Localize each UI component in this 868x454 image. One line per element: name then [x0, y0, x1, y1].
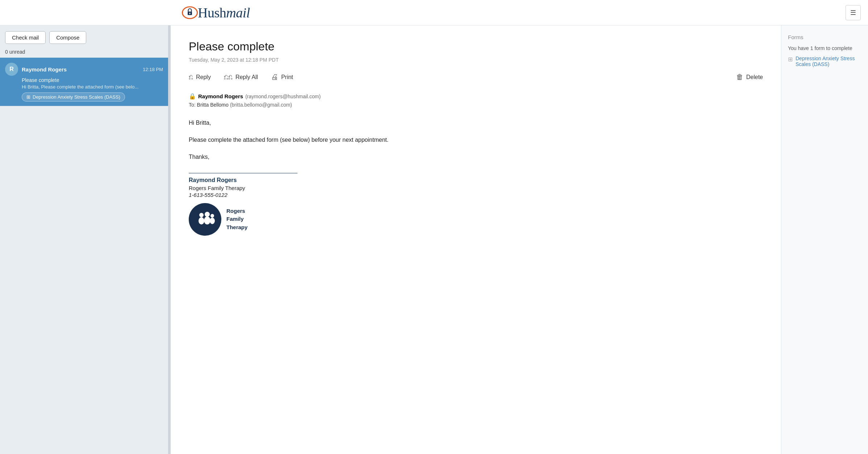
form-link-label: Depression Anxiety Stress Scales (DASS) [796, 55, 861, 67]
email-subject-title: Please complete [189, 40, 763, 53]
reply-all-icon: ⎌⎌ [224, 73, 233, 81]
from-name: Raymond Rogers [198, 93, 243, 99]
to-email: (britta.bellomo@gmail.com) [230, 102, 292, 108]
svg-point-8 [210, 214, 214, 218]
sig-logo-circle [189, 203, 221, 236]
email-list: R Raymond Rogers 12:18 PM Please complet… [0, 58, 168, 454]
secure-lock-icon: 🔒 [189, 93, 196, 100]
main-layout: Check mail Compose 0 unread R Raymond Ro… [0, 25, 868, 454]
email-date: Tuesday, May 2, 2023 at 12:18 PM PDT [189, 57, 763, 63]
email-list-item[interactable]: R Raymond Rogers 12:18 PM Please complet… [0, 58, 168, 106]
unread-count: 0 unread [0, 48, 168, 58]
to-name: Britta Bellomo [197, 102, 229, 108]
sig-company: Rogers Family Therapy [189, 185, 763, 191]
logo-text: Hushmail [198, 5, 250, 21]
logo: Hushmail [181, 5, 846, 21]
header: Hushmail ☰ [0, 0, 868, 25]
svg-point-4 [199, 213, 204, 217]
from-email: (raymond.rogers@hushmail.com) [245, 94, 321, 99]
avatar: R [5, 63, 18, 76]
body-greeting: Hi Britta, [189, 118, 763, 128]
right-panel: Forms You have 1 form to complete ⊞ Depr… [781, 25, 868, 454]
svg-point-6 [205, 212, 210, 217]
email-attachment-badge[interactable]: ⊞ Depression Anxiety Stress Scales (DASS… [22, 92, 125, 102]
reply-all-button[interactable]: ⎌⎌ Reply All [224, 73, 258, 81]
form-link-icon: ⊞ [788, 56, 793, 63]
reply-label: Reply [196, 74, 211, 81]
email-item-header: R Raymond Rogers 12:18 PM [5, 63, 163, 76]
email-preview-text: Hi Britta, Please complete the attached … [22, 84, 163, 90]
hamburger-button[interactable]: ☰ [846, 5, 861, 20]
email-subject-preview: Please complete [22, 77, 163, 83]
email-sender: Raymond Rogers [22, 66, 139, 73]
reply-all-label: Reply All [235, 74, 258, 81]
form-link[interactable]: ⊞ Depression Anxiety Stress Scales (DASS… [788, 55, 861, 67]
signature-divider [189, 173, 297, 173]
email-to: To: Britta Bellomo (britta.bellomo@gmail… [189, 102, 763, 108]
delete-label: Delete [746, 74, 763, 81]
email-body: Hi Britta, Please complete the attached … [189, 118, 763, 162]
sidebar: Check mail Compose 0 unread R Raymond Ro… [0, 25, 168, 454]
email-time: 12:18 PM [143, 67, 163, 72]
check-mail-button[interactable]: Check mail [5, 31, 46, 44]
forms-panel-title: Forms [788, 34, 861, 40]
email-viewer: Please complete Tuesday, May 2, 2023 at … [171, 25, 781, 454]
sig-logo: RogersFamilyTherapy [189, 203, 763, 236]
reply-button[interactable]: ⎌ Reply [189, 73, 211, 81]
reply-icon: ⎌ [189, 73, 193, 81]
sig-logo-icon [194, 209, 216, 230]
email-from: 🔒 Raymond Rogers (raymond.rogers@hushmai… [189, 93, 763, 100]
svg-rect-3 [189, 13, 190, 14]
forms-panel-description: You have 1 form to complete [788, 45, 861, 51]
body-line1: Please complete the attached form (see b… [189, 135, 763, 145]
sig-phone: 1-613-555-0122 [189, 192, 763, 198]
body-thanks: Thanks, [189, 152, 763, 162]
to-label: To: [189, 102, 196, 108]
compose-button[interactable]: Compose [49, 31, 86, 44]
hushmail-logo-icon [182, 5, 198, 21]
attachment-label: Depression Anxiety Stress Scales (DASS) [33, 94, 120, 100]
sidebar-toolbar: Check mail Compose [0, 25, 168, 48]
svg-point-9 [210, 218, 215, 224]
sig-name: Raymond Rogers [189, 177, 763, 183]
attachment-icon: ⊞ [26, 94, 30, 100]
svg-point-7 [204, 216, 210, 224]
sig-logo-text: RogersFamilyTherapy [226, 207, 247, 232]
svg-point-5 [199, 217, 204, 224]
delete-icon: 🗑 [736, 73, 743, 81]
print-label: Print [281, 74, 293, 81]
email-actions: ⎌ Reply ⎌⎌ Reply All 🖨 Print 🗑 Delete [189, 73, 763, 81]
print-icon: 🖨 [271, 73, 278, 81]
delete-button[interactable]: 🗑 Delete [736, 73, 763, 81]
print-button[interactable]: 🖨 Print [271, 73, 293, 81]
